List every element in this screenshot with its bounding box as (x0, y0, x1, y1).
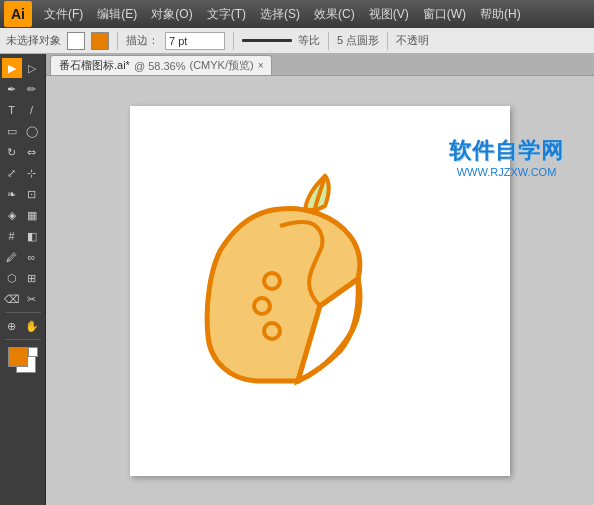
tool-row-13: ⊕ ✋ (2, 316, 44, 336)
reflect-tool[interactable]: ⇔ (22, 142, 42, 162)
add-anchor-tool[interactable]: ✏ (22, 79, 42, 99)
tool-row-11: ⬡ ⊞ (2, 268, 44, 288)
stroke-width-input[interactable]: 7 pt (165, 32, 225, 50)
menu-help[interactable]: 帮助(H) (474, 4, 527, 25)
eyedropper-tool[interactable]: 🖉 (2, 247, 22, 267)
menu-file[interactable]: 文件(F) (38, 4, 89, 25)
stroke-line-preview (242, 39, 292, 42)
type-tool[interactable]: T (2, 100, 22, 120)
color-stack[interactable] (8, 347, 38, 375)
ellipse-tool[interactable]: ◯ (22, 121, 42, 141)
tool-row-8: ◈ ▦ (2, 205, 44, 225)
stroke-ratio-label: 等比 (298, 33, 320, 48)
menu-edit[interactable]: 编辑(E) (91, 4, 143, 25)
mesh-tool[interactable]: # (2, 226, 22, 246)
artboard-tool[interactable]: ⊞ (22, 268, 42, 288)
tool-row-10: 🖉 ∞ (2, 247, 44, 267)
tool-row-9: # ◧ (2, 226, 44, 246)
swap-colors-icon[interactable] (28, 347, 38, 357)
stroke-color-swatch[interactable] (91, 32, 109, 50)
scissors-tool[interactable]: ✂ (22, 289, 42, 309)
line-tool[interactable]: / (22, 100, 42, 120)
direct-select-tool[interactable]: ▷ (22, 58, 42, 78)
artboard (130, 106, 510, 476)
tool-row-2: ✒ ✏ (2, 79, 44, 99)
free-transform-tool[interactable]: ⊡ (22, 184, 42, 204)
warp-tool[interactable]: ❧ (2, 184, 22, 204)
symbol-tool[interactable]: ◈ (2, 205, 22, 225)
fruit-illustration (190, 151, 450, 431)
blend-tool[interactable]: ∞ (22, 247, 42, 267)
graph-tool[interactable]: ▦ (22, 205, 42, 225)
menu-window[interactable]: 窗口(W) (417, 4, 472, 25)
separator-2 (233, 32, 234, 50)
eraser-tool[interactable]: ⌫ (2, 289, 22, 309)
gradient-tool[interactable]: ◧ (22, 226, 42, 246)
menu-effect[interactable]: 效果(C) (308, 4, 361, 25)
tool-row-12: ⌫ ✂ (2, 289, 44, 309)
separator-4 (387, 32, 388, 50)
tab-zoom: @ 58.36% (134, 60, 186, 72)
rotate-tool[interactable]: ↻ (2, 142, 22, 162)
opacity-label: 不透明 (396, 33, 429, 48)
tool-separator-2 (5, 339, 41, 340)
separator-3 (328, 32, 329, 50)
menu-bar[interactable]: 文件(F) 编辑(E) 对象(O) 文字(T) 选择(S) 效果(C) 视图(V… (38, 4, 527, 25)
tabs-bar: 番石榴图标.ai* @ 58.36% (CMYK/预览) × (46, 54, 594, 76)
tool-row-6: ⤢ ⊹ (2, 163, 44, 183)
rect-tool[interactable]: ▭ (2, 121, 22, 141)
selection-tool[interactable]: ▶ (2, 58, 22, 78)
canvas-wrapper: 软件自学网 WWW.RJZXW.COM (46, 76, 594, 505)
foreground-color[interactable] (8, 347, 28, 367)
stroke-label: 描边： (126, 33, 159, 48)
no-selection-label: 未选择对象 (6, 33, 61, 48)
tab-mode: (CMYK/预览) (189, 58, 253, 73)
toolbar: ▶ ▷ ✒ ✏ T / ▭ ◯ ↻ ⇔ ⤢ ⊹ ❧ ⊡ ◈ ▦ (0, 54, 46, 505)
options-bar: 未选择对象 描边： 7 pt 等比 5 点圆形 不透明 (0, 28, 594, 54)
scale-tool[interactable]: ⤢ (2, 163, 22, 183)
tab-close-button[interactable]: × (258, 60, 264, 71)
canvas-area: 番石榴图标.ai* @ 58.36% (CMYK/预览) × 软件自学网 WWW… (46, 54, 594, 505)
reshape-tool[interactable]: ⊹ (22, 163, 42, 183)
tool-row-1: ▶ ▷ (2, 58, 44, 78)
pen-tool[interactable]: ✒ (2, 79, 22, 99)
main-area: ▶ ▷ ✒ ✏ T / ▭ ◯ ↻ ⇔ ⤢ ⊹ ❧ ⊡ ◈ ▦ (0, 54, 594, 505)
live-paint-tool[interactable]: ⬡ (2, 268, 22, 288)
menu-select[interactable]: 选择(S) (254, 4, 306, 25)
tool-separator (5, 312, 41, 313)
title-bar: Ai 文件(F) 编辑(E) 对象(O) 文字(T) 选择(S) 效果(C) 视… (0, 0, 594, 28)
document-tab[interactable]: 番石榴图标.ai* @ 58.36% (CMYK/预览) × (50, 55, 272, 75)
tool-row-3: T / (2, 100, 44, 120)
tool-row-5: ↻ ⇔ (2, 142, 44, 162)
menu-type[interactable]: 文字(T) (201, 4, 252, 25)
hand-tool[interactable]: ✋ (22, 316, 42, 336)
ai-logo: Ai (4, 1, 32, 27)
tool-row-7: ❧ ⊡ (2, 184, 44, 204)
menu-view[interactable]: 视图(V) (363, 4, 415, 25)
separator-1 (117, 32, 118, 50)
zoom-tool[interactable]: ⊕ (2, 316, 22, 336)
fill-color-swatch[interactable] (67, 32, 85, 50)
point-label: 5 点圆形 (337, 33, 379, 48)
tab-filename: 番石榴图标.ai* (59, 58, 130, 73)
menu-object[interactable]: 对象(O) (145, 4, 198, 25)
tool-row-4: ▭ ◯ (2, 121, 44, 141)
